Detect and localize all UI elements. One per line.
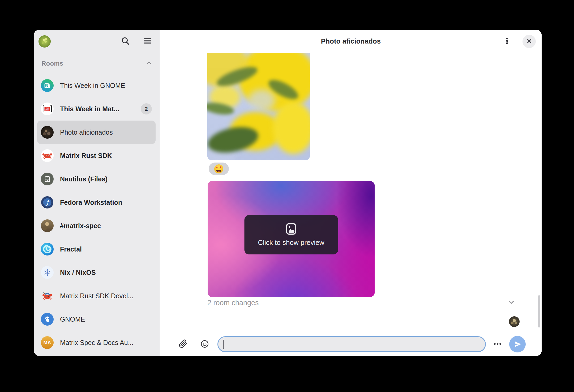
room-name: Matrix Rust SDK	[60, 152, 153, 160]
ma-initials-icon: MA	[41, 336, 54, 349]
nix-snowflake-icon	[41, 266, 54, 279]
room-name: Matrix Spec & Docs Au...	[60, 339, 153, 347]
sidebar-header	[34, 30, 160, 53]
flower-blob	[273, 102, 310, 154]
svg-text:WEEK: WEEK	[45, 109, 49, 111]
room-name: #matrix-spec	[60, 222, 153, 230]
file-cabinet-icon	[41, 173, 54, 185]
room-name: This Week in Mat...	[60, 105, 134, 113]
room-name: Nautilus (Files)	[60, 175, 153, 183]
sky-patch	[248, 90, 275, 111]
more-options-button[interactable]	[492, 338, 503, 350]
room-name: Fractal	[60, 245, 153, 253]
emoji-picker-button[interactable]	[199, 338, 210, 350]
kebab-menu-icon	[503, 37, 511, 46]
hamburger-menu-icon	[143, 36, 152, 46]
message-input[interactable]	[217, 336, 486, 352]
fedora-logo-icon: ƒ	[41, 196, 54, 209]
timeline-scrollbar[interactable]	[538, 295, 540, 327]
room-item[interactable]: Fractal	[37, 237, 156, 261]
ferris-hat-crab-icon	[41, 289, 54, 302]
room-item[interactable]: Photo aficionados	[37, 121, 156, 144]
reaction-pill[interactable]: ★★	[209, 163, 229, 175]
ellipsis-icon	[493, 339, 502, 349]
gnome-foot-icon	[41, 313, 54, 326]
emoji-star-eyes: ★★	[214, 165, 223, 169]
read-receipt-avatar	[509, 316, 520, 327]
room-item[interactable]: This Week in GNOME	[37, 74, 156, 97]
room-item[interactable]: MA Matrix Spec & Docs Au...	[37, 331, 156, 354]
twig-newspaper-icon	[41, 79, 54, 92]
unread-badge: 2	[141, 103, 152, 114]
close-room-button[interactable]	[522, 35, 536, 48]
fractal-spiral-icon	[41, 243, 54, 255]
svg-text:THE: THE	[46, 107, 49, 109]
close-icon	[526, 38, 533, 45]
room-item[interactable]: Nautilus (Files)	[37, 167, 156, 191]
show-preview-button[interactable]: Click to show preview	[244, 215, 338, 254]
room-changes-expander[interactable]: 2 room changes	[207, 297, 516, 309]
send-message-button[interactable]	[509, 336, 526, 352]
fractal-window: Rooms This Week in GNOME THEWEEK This We…	[34, 30, 542, 356]
blurred-image-message[interactable]: Click to show preview	[208, 181, 375, 297]
sidebar: Rooms This Week in GNOME THEWEEK This We…	[34, 30, 160, 356]
room-title: Photo aficionados	[160, 37, 542, 45]
room-item[interactable]: GNOME	[37, 308, 156, 331]
room-name: Fedora Workstation	[60, 199, 153, 206]
room-item[interactable]: THEWEEK This Week in Mat... 2	[37, 97, 156, 121]
camera-photo-avatar	[41, 126, 54, 139]
rooms-section-header[interactable]: Rooms	[34, 53, 160, 74]
text-caret	[223, 340, 224, 349]
room-name: Matrix Rust SDK Devel...	[60, 292, 153, 300]
send-plane-icon	[514, 340, 522, 348]
room-item[interactable]: Matrix Rust SDK Devel...	[37, 284, 156, 308]
desktop-background: { "window": { "title": "Photo aficionado…	[0, 0, 574, 392]
room-name: GNOME	[60, 316, 153, 323]
emoji-mouth	[216, 170, 221, 172]
rooms-section-label: Rooms	[41, 60, 145, 67]
attach-file-button[interactable]	[178, 338, 188, 350]
smiley-icon	[200, 339, 209, 349]
chevron-up-icon[interactable]	[145, 59, 153, 68]
search-icon	[121, 36, 130, 46]
message-timeline: ★★ Click to show preview 2 room changes	[160, 53, 542, 333]
star-struck-emoji: ★★	[214, 164, 223, 173]
room-list: This Week in GNOME THEWEEK This Week in …	[34, 74, 160, 356]
person-photo-avatar	[41, 219, 54, 232]
chevron-down-icon[interactable]	[507, 298, 516, 308]
room-view: Photo aficionados	[160, 30, 542, 356]
search-button[interactable]	[119, 36, 131, 47]
ferris-crab-icon	[41, 149, 54, 162]
user-account-avatar[interactable]	[38, 35, 51, 48]
room-name: Nix / NixOS	[60, 269, 153, 276]
image-icon	[286, 223, 297, 236]
room-name: This Week in GNOME	[60, 82, 153, 90]
main-menu-button[interactable]	[142, 36, 153, 47]
room-item[interactable]: Matrix Rust SDK	[37, 144, 156, 167]
room-changes-label: 2 room changes	[207, 299, 507, 307]
room-item[interactable]: #matrix-spec	[37, 214, 156, 237]
room-menu-button[interactable]	[501, 36, 513, 47]
message-composer	[160, 333, 542, 356]
twim-logo-icon: THEWEEK	[41, 103, 54, 115]
paperclip-icon	[179, 339, 187, 349]
room-item[interactable]: ƒ Fedora Workstation	[37, 191, 156, 214]
room-item[interactable]: Nix / NixOS	[37, 261, 156, 284]
image-message-mimosa-flowers[interactable]	[207, 53, 310, 160]
room-name: Photo aficionados	[60, 129, 153, 136]
room-header: Photo aficionados	[160, 30, 542, 53]
show-preview-label: Click to show preview	[258, 238, 324, 247]
